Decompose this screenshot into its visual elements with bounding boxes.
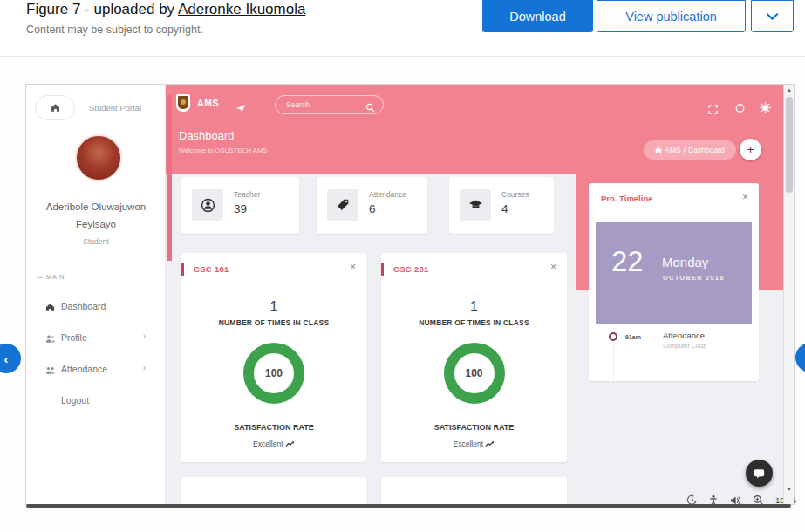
dashboard-header-band [166,85,794,174]
timeline-title: Pro. Timeline [601,194,652,203]
horizontal-scrollbar-thumb[interactable] [26,504,791,508]
timeline-card: Pro. Timeline × 22 Monday OCTOBER 2018 9… [589,183,759,381]
add-button[interactable]: + [740,139,761,160]
person-circle-icon [192,189,223,221]
tag-icon [327,189,358,221]
date-month-year: OCTOBER 2018 [663,274,725,282]
course-code: CSC 101 [194,264,229,274]
sidebar-item-logout[interactable]: Logout [26,392,165,411]
user-name: Aderibole Oluwajuwon Feyisayo [26,198,166,233]
partial-card [381,477,567,504]
search-input[interactable] [286,96,365,113]
breadcrumb-home[interactable]: AMS [665,146,680,154]
home-icon [45,300,55,316]
figure-viewer-page: Figure 7 - uploaded by Aderonke Ikuomola… [0,0,805,532]
figure-title-prefix: Figure 7 - uploaded by [26,1,178,17]
stat-value: 6 [369,202,376,215]
view-publication-button[interactable]: View publication [597,0,746,32]
sidebar-item-profile[interactable]: Profile › [26,329,165,348]
home-pill-button[interactable] [35,95,75,120]
times-in-class-label: NUMBER OF TIMES IN CLASS [181,318,366,327]
satisfaction-donut: 100 [444,343,505,404]
home-icon [655,147,662,153]
brand-label: AMS [197,98,219,108]
university-logo[interactable] [176,94,190,112]
satisfaction-value: 100 [265,367,283,379]
chevron-right-icon: › [143,331,146,341]
satisfaction-label: SATISFACTION RATE [181,423,366,432]
sidebar-item-attendance[interactable]: Attendance › [26,360,165,379]
course-card-csc101: CSC 101 × 1 NUMBER OF TIMES IN CLASS 100… [181,253,366,462]
figure-vertical-scrollbar[interactable]: ▲ ▼ [783,85,794,504]
figure-stage: Student Portal Aderibole Oluwajuwon Feyi… [0,57,805,532]
stat-label: Courses [501,190,529,199]
stat-value: 39 [234,202,247,215]
trend-up-icon [285,440,295,447]
search-icon[interactable] [365,100,375,116]
course-code: CSC 201 [393,264,429,274]
satisfaction-label: SATISFACTION RATE [381,423,567,432]
timeline-line [613,344,614,379]
stat-card-courses: Courses 4 [449,177,554,234]
avatar[interactable] [75,134,122,181]
search-box[interactable] [275,95,384,114]
scroll-up-icon[interactable]: ▲ [784,87,794,92]
sidebar-item-label: Logout [61,395,89,406]
card-accent-bar [181,263,184,276]
close-icon[interactable]: × [742,191,748,203]
event-title: Attendance [663,331,705,340]
power-icon[interactable] [734,101,746,117]
date-day: 22 [611,245,644,278]
settings-gear-icon[interactable] [760,101,771,117]
partial-card [181,477,366,504]
home-icon [51,103,60,113]
chat-bubble-icon [753,467,766,480]
section-dash: — [37,273,44,281]
users-group-icon [45,363,56,379]
breadcrumb[interactable]: AMS / Dashboard [644,140,736,160]
user-role: Student [26,237,166,246]
user-name-line1: Aderibole Oluwajuwon [26,198,166,215]
download-button[interactable]: Download [482,0,593,32]
graduation-cap-icon [460,189,491,221]
close-icon[interactable]: × [550,261,556,273]
chevron-down-icon [766,12,779,21]
trend-up-icon [485,440,495,447]
times-in-class-value: 1 [181,299,366,315]
times-in-class-label: NUMBER OF TIMES IN CLASS [381,318,567,327]
stat-value: 4 [501,202,508,215]
uploader-link[interactable]: Aderonke Ikuomola [178,1,305,17]
sidebar-item-dashboard[interactable]: Dashboard [26,297,165,317]
event-time: 91am [625,334,641,340]
stat-label: Attendance [369,190,406,199]
breadcrumb-separator: / [684,146,686,154]
sidebar-item-label: Attendance [61,364,107,374]
stat-label: Teacher [234,190,260,199]
scroll-down-icon[interactable]: ▼ [784,487,794,492]
user-name-line2: Feyisayo [26,215,166,233]
card-accent-bar [381,263,384,276]
rating-text: Excellent [181,440,366,448]
event-subtitle: Computer Class [663,343,706,349]
sidebar-scrollbar-thumb[interactable] [167,95,172,261]
satisfaction-value: 100 [465,367,482,379]
times-in-class-value: 1 [381,299,567,315]
stat-card-teacher: Teacher 39 [181,177,299,234]
fullscreen-icon[interactable] [708,102,718,118]
copyright-note: Content may be subject to copyright. [26,24,203,36]
stat-card-attendance: Attendance 6 [317,177,427,234]
breadcrumb-current: Dashboard [688,146,725,154]
chevron-right-icon: › [143,363,146,372]
chat-fab-button[interactable] [746,460,773,487]
date-banner: 22 Monday OCTOBER 2018 [596,222,752,324]
figure-image: Student Portal Aderibole Oluwajuwon Feyi… [26,85,794,504]
date-weekday: Monday [662,255,708,269]
chevron-left-icon: ‹ [4,351,9,366]
scrollbar-thumb[interactable] [786,97,793,193]
paper-plane-icon[interactable] [235,100,246,116]
portal-label: Student Portal [89,103,141,113]
page-subtitle: Welcome to OSUSTECH AMS [179,147,267,154]
close-icon[interactable]: × [350,261,356,273]
more-options-button[interactable] [751,0,794,32]
rating-text: Excellent [381,440,567,448]
